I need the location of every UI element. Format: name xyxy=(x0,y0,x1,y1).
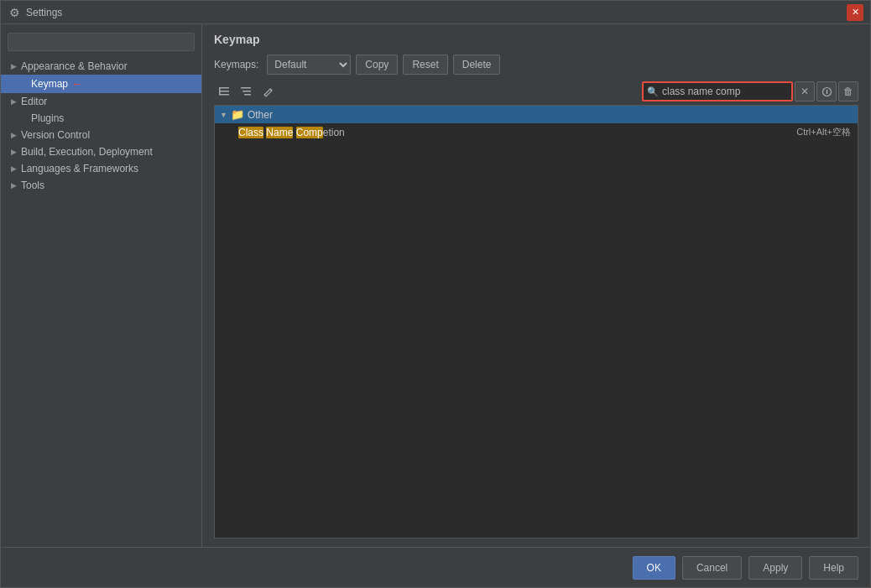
sidebar-item-languages[interactable]: ▶ Languages & Frameworks xyxy=(1,160,201,177)
tree-search-inner: 🔍 xyxy=(642,81,793,101)
item-text: Class Name Competion xyxy=(238,127,345,138)
svg-rect-5 xyxy=(243,91,251,92)
sidebar-item-label: Languages & Frameworks xyxy=(21,163,138,174)
keymaps-toolbar: Keymaps: Default Copy Reset Delete xyxy=(214,55,858,75)
hl-class: Class xyxy=(238,127,263,138)
sidebar-item-version-control[interactable]: ▶ Version Control xyxy=(1,127,201,143)
arrow-icon: ▶ xyxy=(11,148,19,156)
arrow-icon: ▶ xyxy=(11,164,19,173)
sidebar-item-label: Tools xyxy=(21,180,44,191)
svg-rect-1 xyxy=(219,91,229,92)
tree-search-wrap: 🔍 ✕ 🗑 xyxy=(642,81,858,101)
sidebar-item-label: Version Control xyxy=(21,129,90,141)
clear-search-button[interactable]: ✕ xyxy=(795,81,815,101)
collapse-all-button[interactable] xyxy=(236,82,256,101)
bottom-bar: OK Cancel Apply Help xyxy=(1,547,870,587)
group-label: Other xyxy=(248,109,273,121)
arrow-icon: ▶ xyxy=(11,181,19,190)
tree-area: ▼ 📁 Other Class Name Competion Ctrl+Alt+… xyxy=(214,105,858,539)
sidebar-item-label: Editor xyxy=(21,96,47,107)
sidebar-item-keymap[interactable]: Keymap ← xyxy=(1,75,201,93)
tree-item-class-name-completion[interactable]: Class Name Competion Ctrl+Alt+空格 xyxy=(215,123,858,141)
sidebar-item-label: Plugins xyxy=(31,112,64,124)
sidebar-item-label: Keymap xyxy=(31,78,68,90)
sidebar-item-plugins[interactable]: Plugins xyxy=(1,110,201,127)
svg-rect-0 xyxy=(219,87,229,89)
edit-button[interactable] xyxy=(258,82,278,101)
close-button[interactable]: ✕ xyxy=(847,4,863,21)
sidebar-item-tools[interactable]: ▶ Tools xyxy=(1,177,201,194)
tree-search-input[interactable] xyxy=(642,81,793,101)
arrow-icon: ▶ xyxy=(11,62,19,70)
cancel-button[interactable]: Cancel xyxy=(682,556,742,580)
delete-search-button[interactable]: 🗑 xyxy=(838,81,858,101)
svg-rect-2 xyxy=(219,94,229,96)
arrow-indicator: ← xyxy=(71,77,83,91)
sidebar: ▶ Appearance & Behavior Keymap ← ▶ Edito… xyxy=(1,24,202,547)
group-arrow: ▼ xyxy=(220,111,227,119)
app-icon: ⚙ xyxy=(8,6,21,19)
tree-group-other[interactable]: ▼ 📁 Other xyxy=(215,106,858,123)
sidebar-search-input[interactable] xyxy=(8,33,195,51)
sidebar-search-wrap xyxy=(1,29,201,58)
shortcut-key: Ctrl+Alt+空格 xyxy=(796,126,851,138)
titlebar: ⚙ Settings ✕ xyxy=(1,1,870,24)
help-button[interactable]: Help xyxy=(809,556,858,580)
hl-comp: Comp xyxy=(296,127,323,138)
apply-button[interactable]: Apply xyxy=(748,556,802,580)
expand-all-button[interactable] xyxy=(214,82,234,101)
main-panel: Keymap Keymaps: Default Copy Reset Delet… xyxy=(202,24,870,547)
keymaps-select[interactable]: Default xyxy=(267,55,351,75)
arrow-icon: ▶ xyxy=(11,131,19,139)
arrow-icon: ▶ xyxy=(11,97,19,106)
folder-icon: 📁 xyxy=(231,108,244,121)
svg-rect-4 xyxy=(241,87,251,89)
sidebar-item-label: Appearance & Behavior xyxy=(21,60,128,72)
match-case-button[interactable] xyxy=(816,81,837,101)
settings-window: ⚙ Settings ✕ ▶ Appearance & Behavior Key… xyxy=(0,0,871,588)
sidebar-item-build[interactable]: ▶ Build, Execution, Deployment xyxy=(1,143,201,160)
item-suffix: etion xyxy=(323,127,345,138)
window-title: Settings xyxy=(26,7,847,18)
sidebar-item-editor[interactable]: ▶ Editor xyxy=(1,93,201,110)
copy-button[interactable]: Copy xyxy=(356,55,398,75)
delete-button[interactable]: Delete xyxy=(453,55,501,75)
action-toolbar: 🔍 ✕ 🗑 xyxy=(214,81,858,101)
svg-rect-6 xyxy=(244,94,251,96)
reset-button[interactable]: Reset xyxy=(403,55,447,75)
keymaps-label: Keymaps: xyxy=(214,59,258,70)
svg-rect-3 xyxy=(219,87,221,95)
ok-button[interactable]: OK xyxy=(633,556,675,580)
sidebar-item-appearance[interactable]: ▶ Appearance & Behavior xyxy=(1,58,201,75)
sidebar-item-label: Build, Execution, Deployment xyxy=(21,146,153,158)
panel-title: Keymap xyxy=(214,33,858,46)
hl-name: Name xyxy=(266,127,293,138)
main-content: ▶ Appearance & Behavior Keymap ← ▶ Edito… xyxy=(1,24,870,547)
